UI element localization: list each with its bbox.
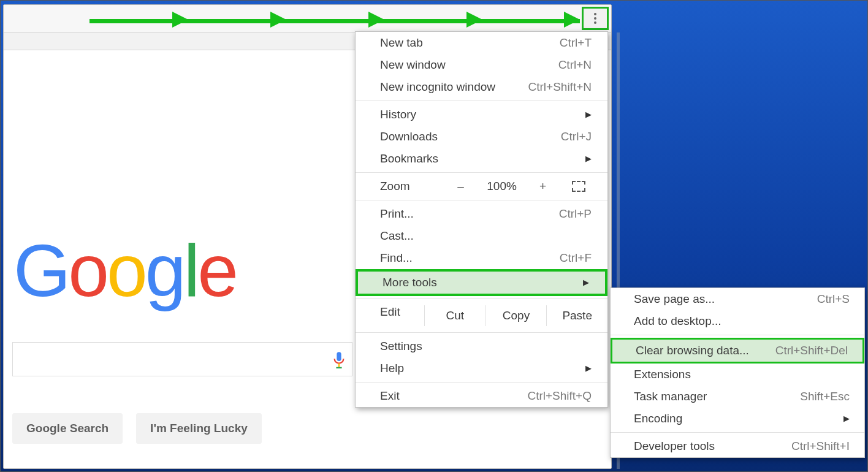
menu-label: Exit [380, 390, 400, 402]
menu-label: Downloads [380, 131, 438, 143]
chrome-main-menu: New tab Ctrl+T New window Ctrl+N New inc… [355, 31, 608, 408]
annotation-arrowhead [466, 12, 482, 28]
menu-shortcut: Ctrl+J [561, 131, 592, 143]
more-tools-submenu: Save page as... Ctrl+S Add to desktop...… [610, 287, 865, 458]
submenu-add-to-desktop[interactable]: Add to desktop... [611, 310, 864, 332]
menu-separator [611, 432, 864, 433]
menu-label: New tab [380, 37, 423, 49]
menu-shortcut: Ctrl+T [560, 37, 592, 49]
edit-cut-button[interactable]: Cut [424, 305, 485, 326]
submenu-arrow-icon: ▶ [583, 276, 589, 289]
menu-label: More tools [383, 276, 437, 289]
menu-new-window[interactable]: New window Ctrl+N [356, 54, 607, 76]
menu-new-incognito[interactable]: New incognito window Ctrl+Shift+N [356, 76, 607, 98]
menu-cast[interactable]: Cast... [356, 225, 607, 247]
edit-copy-button[interactable]: Copy [485, 305, 547, 326]
submenu-encoding[interactable]: Encoding ▶ [611, 408, 864, 430]
submenu-arrow-icon: ▶ [585, 362, 592, 375]
menu-shortcut: Ctrl+F [560, 252, 592, 264]
menu-label: Developer tools [634, 440, 715, 452]
annotation-arrowhead [368, 12, 384, 28]
menu-more-tools[interactable]: More tools ▶ [356, 269, 607, 296]
menu-downloads[interactable]: Downloads Ctrl+J [356, 126, 607, 148]
menu-bookmarks[interactable]: Bookmarks ▶ [356, 148, 607, 170]
menu-new-tab[interactable]: New tab Ctrl+T [356, 32, 607, 54]
submenu-arrow-icon: ▶ [843, 413, 850, 425]
submenu-developer-tools[interactable]: Developer tools Ctrl+Shift+I [611, 435, 864, 457]
annotation-arrowhead [270, 12, 286, 28]
menu-label: Bookmarks [380, 153, 438, 165]
menu-print[interactable]: Print... Ctrl+P [356, 203, 607, 225]
menu-label: New incognito window [380, 81, 495, 93]
svg-rect-0 [337, 352, 341, 361]
menu-label: Save page as... [634, 293, 715, 305]
chrome-toolbar [4, 5, 611, 33]
menu-shortcut: Ctrl+Shift+N [528, 81, 592, 93]
mic-icon[interactable] [332, 351, 346, 370]
menu-label: Clear browsing data... [636, 344, 749, 357]
menu-label: Settings [380, 340, 422, 352]
menu-label: New window [380, 59, 446, 71]
google-search-button[interactable]: Google Search [12, 413, 123, 444]
chrome-menu-button[interactable] [582, 7, 609, 30]
menu-shortcut: Ctrl+P [559, 208, 592, 220]
menu-label: Zoom [380, 180, 410, 193]
menu-zoom: Zoom – 100% + [356, 175, 607, 197]
submenu-arrow-icon: ▶ [585, 153, 592, 165]
menu-label: History [380, 108, 416, 121]
edit-paste-button[interactable]: Paste [546, 305, 607, 326]
menu-label: Add to desktop... [634, 315, 721, 327]
menu-label: Find... [380, 252, 413, 264]
search-input[interactable] [12, 342, 352, 376]
menu-shortcut: Ctrl+Shift+Q [527, 390, 592, 402]
menu-label: Help [380, 362, 404, 375]
feeling-lucky-button[interactable]: I'm Feeling Lucky [136, 413, 262, 444]
menu-separator [356, 382, 607, 383]
submenu-task-manager[interactable]: Task manager Shift+Esc [611, 386, 864, 408]
submenu-save-page-as[interactable]: Save page as... Ctrl+S [611, 288, 864, 310]
menu-history[interactable]: History ▶ [356, 104, 607, 126]
zoom-out-button[interactable]: – [444, 180, 478, 193]
annotation-arrow [89, 19, 580, 23]
menu-separator [356, 101, 607, 101]
zoom-value: 100% [478, 180, 527, 193]
annotation-arrowhead [172, 12, 188, 28]
zoom-in-button[interactable]: + [527, 180, 560, 193]
menu-separator [356, 172, 607, 173]
menu-label: Print... [380, 208, 414, 220]
menu-separator [356, 332, 607, 333]
menu-label: Task manager [634, 390, 707, 403]
menu-shortcut: Ctrl+Shift+I [791, 440, 850, 452]
menu-shortcut: Ctrl+N [558, 59, 592, 71]
menu-shortcut: Ctrl+Shift+Del [775, 344, 848, 357]
google-logo: Google [13, 228, 236, 313]
menu-label: Encoding [634, 413, 682, 425]
menu-settings[interactable]: Settings [356, 335, 607, 357]
menu-edit-row: Edit Cut Copy Paste [356, 302, 607, 330]
fullscreen-icon[interactable] [572, 181, 585, 192]
menu-help[interactable]: Help ▶ [356, 357, 607, 379]
menu-label: Edit [380, 305, 424, 326]
menu-label: Cast... [380, 230, 414, 242]
menu-label: Extensions [634, 368, 691, 381]
annotation-arrowhead [564, 12, 580, 28]
submenu-arrow-icon: ▶ [585, 108, 592, 121]
menu-separator [356, 299, 607, 299]
menu-find[interactable]: Find... Ctrl+F [356, 247, 607, 269]
menu-separator [356, 200, 607, 200]
menu-shortcut: Ctrl+S [817, 293, 850, 305]
menu-separator [611, 335, 864, 335]
menu-shortcut: Shift+Esc [800, 390, 850, 403]
submenu-clear-browsing-data[interactable]: Clear browsing data... Ctrl+Shift+Del [611, 338, 864, 364]
menu-exit[interactable]: Exit Ctrl+Shift+Q [356, 385, 607, 407]
submenu-extensions[interactable]: Extensions [611, 364, 864, 386]
